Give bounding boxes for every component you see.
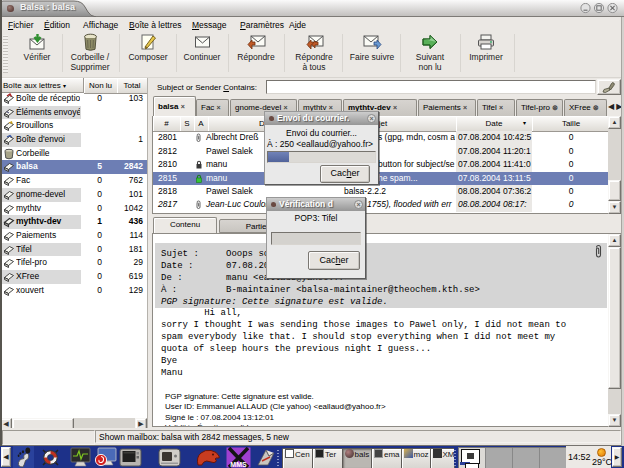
- svg-text:MMS: MMS: [230, 461, 247, 468]
